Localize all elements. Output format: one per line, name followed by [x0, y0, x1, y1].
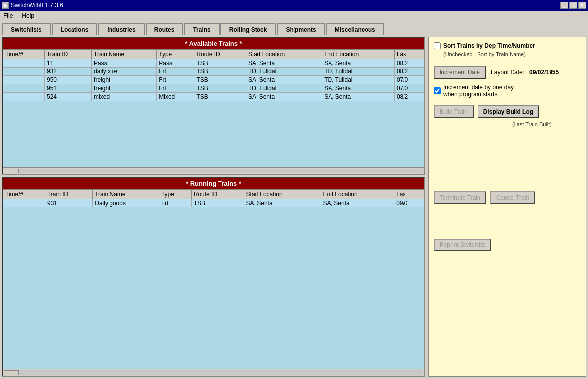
increment-date-button[interactable]: Increment Date [434, 66, 486, 79]
available-trains-section: * Available Trains * Time/# Train ID Tra… [2, 37, 425, 175]
display-build-log-button[interactable]: Display Build Log [478, 105, 539, 118]
menu-help[interactable]: Help [20, 12, 36, 20]
tab-industries[interactable]: Industries [98, 23, 144, 35]
running-trains-table-wrapper[interactable]: Time/# Train ID Train Name Type Route ID… [3, 189, 424, 369]
col-route-id: Route ID [194, 50, 246, 59]
available-trains-scrollbar[interactable] [3, 167, 424, 174]
cell-start: TD, Tulldal [246, 84, 322, 93]
cell-name: mixed [92, 93, 157, 101]
tab-shipments[interactable]: Shipments [277, 23, 325, 35]
cell-route: TSB [194, 93, 246, 101]
reprint-row: Reprint Switchlist [434, 239, 581, 251]
col-end-location: End Location [322, 50, 395, 59]
terminate-train-button[interactable]: Terminate Train [434, 191, 486, 204]
cell-name: Pass [92, 59, 157, 68]
left-panel: * Available Trains * Time/# Train ID Tra… [2, 37, 425, 377]
running-trains-section: * Running Trains * Time/# Train ID Train… [2, 177, 425, 377]
close-btn[interactable]: ✕ [578, 2, 586, 9]
last-train-label: (Last Train Built) [483, 121, 581, 127]
sort-label[interactable]: Sort Trains by Dep Time/Number [443, 42, 535, 49]
cell-route: TSB [194, 84, 246, 93]
run-col-type: Type [159, 190, 191, 199]
build-train-button[interactable]: Build Train [434, 105, 474, 118]
cell-id: 932 [44, 68, 91, 76]
sort-section: Sort Trains by Dep Time/Number (Unchecke… [434, 42, 581, 57]
cell-start: SA, Senta [246, 93, 322, 101]
layout-date-prefix: Layout Date: [491, 69, 524, 76]
cell-time [3, 93, 45, 101]
nav-tabs: Switchlists Locations Industries Routes … [0, 21, 588, 35]
cell-start: TD, Tulldal [246, 68, 322, 76]
main-content: * Available Trains * Time/# Train ID Tra… [0, 35, 588, 379]
cell-route: TSB [191, 199, 244, 207]
cell-last: 08/2 [394, 68, 424, 76]
minimize-btn[interactable]: _ [560, 2, 568, 9]
cell-end: SA, Senta [321, 199, 394, 207]
col-time-hash: Time/# [3, 50, 45, 59]
running-trains-scrollbar[interactable] [3, 369, 424, 376]
sort-checkbox[interactable] [434, 42, 441, 49]
cell-time [3, 68, 45, 76]
table-row[interactable]: 11 Pass Pass TSB SA, Senta SA, Senta 08/… [3, 59, 424, 68]
reprint-switchlist-button[interactable]: Reprint Switchlist [434, 239, 491, 251]
tab-routes[interactable]: Routes [146, 23, 184, 35]
menu-file[interactable]: File [2, 12, 14, 20]
table-row[interactable]: 950 freight Frt TSB SA, Senta TD, Tullda… [3, 76, 424, 84]
table-row[interactable]: 524 mixed Mixed TSB SA, Senta SA, Senta … [3, 93, 424, 101]
increment-day-label1: Increment date by one day [443, 84, 514, 91]
cell-route: TSB [194, 76, 246, 84]
cell-end: TD, Tulldal [322, 76, 395, 84]
cell-type: Frt [157, 84, 194, 93]
cell-name: Daily goods [93, 199, 159, 207]
run-col-train-name: Train Name [93, 190, 159, 199]
available-trains-header: * Available Trains * [3, 38, 424, 49]
col-las: Las [394, 50, 424, 59]
increment-day-checkbox[interactable] [434, 87, 441, 94]
cell-id: 11 [44, 59, 91, 68]
tab-locations[interactable]: Locations [52, 23, 98, 35]
tab-switchlists[interactable]: Switchlists [2, 23, 51, 35]
tab-trains[interactable]: Trains [184, 23, 219, 35]
cell-type: Mixed [157, 93, 194, 101]
table-row[interactable]: 932 daily xtre Frt TSB TD, Tulldal TD, T… [3, 68, 424, 76]
table-row[interactable]: 951 freight Frt TSB TD, Tulldal SA, Sent… [3, 84, 424, 93]
run-col-las: Las [394, 190, 424, 199]
cell-time [3, 84, 45, 93]
running-trains-table: Time/# Train ID Train Name Type Route ID… [3, 189, 424, 207]
cell-time [3, 76, 45, 84]
app-title: SwitchWithIt 1.7.3.6 [11, 2, 63, 9]
col-train-id: Train ID [44, 50, 91, 59]
layout-date-value: 09/02/1955 [529, 69, 559, 76]
right-panel: Sort Trains by Dep Time/Number (Unchecke… [428, 37, 586, 377]
run-col-start-location: Start Location [244, 190, 321, 199]
cancel-train-button[interactable]: Cancel Train [490, 191, 535, 204]
cell-end: SA, Senta [322, 84, 395, 93]
cell-last: 07/0 [394, 76, 424, 84]
sort-checkbox-row: Sort Trains by Dep Time/Number [434, 42, 581, 49]
cell-route: TSB [194, 59, 246, 68]
available-trains-table-wrapper[interactable]: Time/# Train ID Train Name Type Route ID… [3, 49, 424, 167]
run-col-route-id: Route ID [191, 190, 244, 199]
build-row: Build Train Display Build Log [434, 105, 581, 118]
cell-end: SA, Senta [322, 93, 395, 101]
terminate-row: Terminate Train Cancel Train [434, 191, 581, 204]
cell-last: 07/0 [394, 84, 424, 93]
cell-type: Frt [157, 76, 194, 84]
tab-miscellaneous[interactable]: Miscellaneous [326, 23, 384, 35]
cell-id: 951 [44, 84, 91, 93]
cell-last: 08/2 [394, 93, 424, 101]
table-row[interactable]: 931 Daily goods Frt TSB SA, Senta SA, Se… [3, 199, 424, 207]
cell-type: Pass [157, 59, 194, 68]
cell-id: 524 [44, 93, 91, 101]
tab-rolling-stock[interactable]: Rolling Stock [220, 23, 276, 35]
increment-day-row: Increment date by one day when program s… [434, 84, 581, 98]
cell-time [3, 199, 45, 207]
restore-btn[interactable]: □ [569, 2, 577, 9]
cell-start: SA, Senta [246, 59, 322, 68]
cell-start: SA, Senta [246, 76, 322, 84]
build-section: Build Train Display Build Log (Last Trai… [434, 105, 581, 127]
cell-type: Frt [159, 199, 191, 207]
col-start-location: Start Location [246, 50, 322, 59]
cell-name: freight [92, 84, 157, 93]
increment-row: Increment Date Layout Date: 09/02/1955 [434, 66, 581, 79]
